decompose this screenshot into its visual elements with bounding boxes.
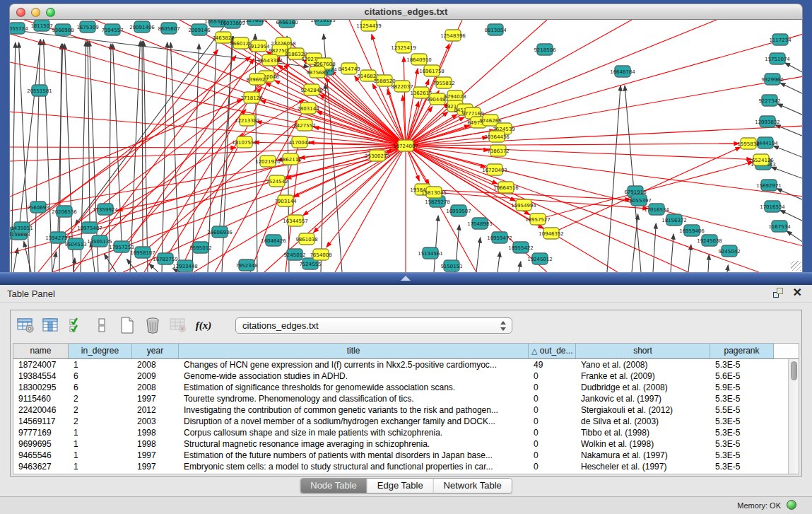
table-cell: 2003 <box>132 416 179 427</box>
svg-text:9861038: 9861038 <box>295 237 317 243</box>
svg-text:13942757: 13942757 <box>45 235 71 241</box>
column-header-short[interactable]: short <box>576 344 710 358</box>
split-pane-divider[interactable] <box>0 272 812 285</box>
column-header-title[interactable]: title <box>179 344 529 358</box>
table-cell: 2 <box>69 416 132 427</box>
column-header-out-degree[interactable]: △ out_de... <box>529 344 576 358</box>
svg-text:20551581: 20551581 <box>27 88 52 94</box>
svg-text:16543382: 16543382 <box>257 58 283 64</box>
new-table-icon[interactable] <box>118 316 136 334</box>
svg-text:9227342: 9227342 <box>758 98 780 104</box>
table-row[interactable]: 1830029562008Estimation of significance … <box>13 382 799 393</box>
column-header-year[interactable]: year <box>132 344 179 358</box>
table-row[interactable]: 969969511998Structural magnetic resonanc… <box>13 438 799 450</box>
cytoscape-desktop: citations_edges.txt 20557241811507936690… <box>0 0 812 272</box>
column-header-pagerank[interactable]: pagerank <box>710 344 774 358</box>
select-all-icon[interactable] <box>67 316 86 334</box>
function-builder-icon[interactable]: f(x) <box>194 316 213 334</box>
network-canvas[interactable]: 2055724181150793669081675309759455720091… <box>9 20 803 272</box>
network-canvas-svg: 2055724181150793669081675309759455720091… <box>10 20 803 272</box>
window-resize-grip[interactable] <box>791 261 801 271</box>
tab-edge-table[interactable]: Edge Table <box>367 479 434 493</box>
svg-text:15813045: 15813045 <box>421 190 447 196</box>
table-cell: Franke et al. (2009) <box>576 370 710 382</box>
svg-text:16959472: 16959472 <box>487 235 512 241</box>
svg-text:7955812: 7955812 <box>433 81 454 86</box>
svg-text:18955422: 18955422 <box>508 245 534 251</box>
svg-text:9329960: 9329960 <box>761 77 783 83</box>
table-cell: Stergiakouli et al. (2012) <box>576 404 710 416</box>
table-cell: Wolkin et al. (1998) <box>576 438 710 450</box>
svg-text:9245042: 9245042 <box>718 249 740 255</box>
svg-text:12933448: 12933448 <box>172 264 198 269</box>
table-cell: 0 <box>529 438 576 450</box>
svg-text:20206536: 20206536 <box>52 209 77 215</box>
network-window-titlebar[interactable]: citations_edges.txt <box>9 4 803 20</box>
table-cell: 22420046 <box>13 404 69 416</box>
svg-text:10664516: 10664516 <box>493 185 519 191</box>
column-header-name[interactable]: name <box>13 344 69 358</box>
float-panel-icon[interactable] <box>773 288 783 298</box>
svg-text:1588520: 1588520 <box>373 78 395 84</box>
table-row[interactable]: 911546021997Tourette syndrome. Phenomeno… <box>13 393 799 404</box>
svg-text:17016534: 17016534 <box>760 204 785 210</box>
close-panel-icon[interactable]: ✕ <box>793 288 802 298</box>
table-cell: Investigating the contribution of common… <box>179 404 529 416</box>
svg-text:6794028: 6794028 <box>444 94 466 100</box>
delete-table-icon[interactable] <box>143 316 162 334</box>
table-cell: Corpus callosum shape and size in male p… <box>179 427 529 438</box>
svg-text:10946352: 10946352 <box>539 231 564 237</box>
table-cell: Estimation of the future numbers of pati… <box>179 450 529 461</box>
scrollbar-thumb[interactable] <box>791 361 797 380</box>
svg-text:9245012: 9245012 <box>283 252 305 258</box>
table-panel-title: Table Panel <box>7 288 55 299</box>
table-row[interactable]: 946554611997Estimation of the future num… <box>13 450 799 461</box>
svg-text:18156372: 18156372 <box>661 218 687 223</box>
table-settings-icon[interactable] <box>16 316 35 334</box>
svg-text:16648784: 16648784 <box>610 69 635 75</box>
table-cell: 2012 <box>132 404 179 416</box>
table-select-dropdown[interactable]: citations_edges.txt <box>235 317 512 334</box>
table-cell: 1 <box>69 359 132 370</box>
tab-network-table[interactable]: Network Table <box>434 479 512 493</box>
svg-text:8454749: 8454749 <box>338 66 360 72</box>
table-cell: 5.3E-5 <box>710 416 774 427</box>
svg-text:13505135: 13505135 <box>87 239 112 245</box>
table-row[interactable]: 946362711997Embryonic stem cells: a mode… <box>13 461 799 472</box>
network-view-window: citations_edges.txt 20557241811507936690… <box>9 4 803 272</box>
table-cell: 0 <box>529 461 576 472</box>
table-cell: 0 <box>529 416 576 427</box>
svg-text:2560693: 2560693 <box>27 205 49 211</box>
svg-text:19245038: 19245038 <box>697 238 722 244</box>
table-row[interactable]: 977716911998Corpus callosum shape and si… <box>13 427 799 438</box>
status-bar: Memory: OK <box>0 496 812 514</box>
table-row[interactable]: 1456911722003Disruption of a novel membe… <box>13 416 799 427</box>
clear-selection-icon[interactable] <box>93 316 111 334</box>
table-cell: 1 <box>69 450 132 461</box>
table-cell: 0 <box>529 427 576 438</box>
table-row[interactable]: 1938455462009Genome-wide association stu… <box>13 370 799 382</box>
svg-text:19245012: 19245012 <box>527 257 553 262</box>
svg-text:1675309: 1675309 <box>76 25 98 30</box>
node-table-header: name in_degree year title △ out_de... sh… <box>13 344 799 359</box>
table-cell: 49 <box>529 359 576 370</box>
svg-text:7903144: 7903144 <box>274 199 297 204</box>
tab-node-table[interactable]: Node Table <box>300 479 367 493</box>
show-columns-icon[interactable] <box>42 316 60 334</box>
table-cell: 1997 <box>132 450 179 461</box>
svg-text:16782759: 16782759 <box>153 257 178 262</box>
table-panel-header: Table Panel ✕ <box>0 285 812 303</box>
svg-text:12548396: 12548396 <box>440 33 466 39</box>
table-cell: 9115460 <box>13 393 69 404</box>
table-row[interactable]: 2242004622012Investigating the contribut… <box>13 404 799 416</box>
divider-collapse-notch[interactable] <box>401 276 411 281</box>
svg-text:17048983: 17048983 <box>467 221 493 227</box>
table-vertical-scrollbar[interactable] <box>788 359 799 474</box>
table-cell: 2 <box>69 404 132 416</box>
column-header-in-degree[interactable]: in_degree <box>69 344 132 358</box>
table-cell: Jankovic et al. (1997) <box>576 393 710 404</box>
svg-text:2055724: 2055724 <box>10 26 28 32</box>
table-row[interactable]: 1872400712008Changes of HCN gene express… <box>13 359 799 370</box>
table-cell: Tourette syndrome. Phenomenology and cla… <box>179 393 529 404</box>
svg-text:8605807: 8605807 <box>158 26 180 32</box>
